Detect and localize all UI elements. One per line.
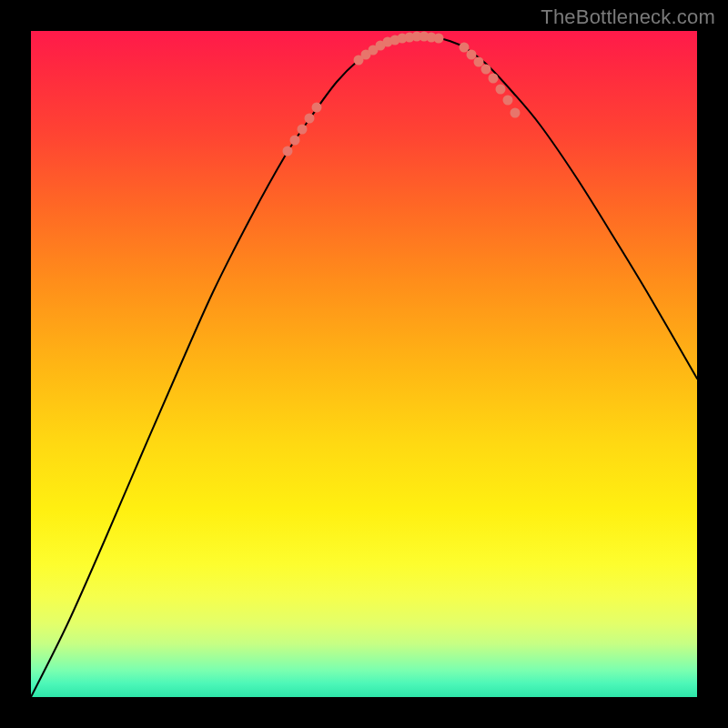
highlight-dot <box>312 103 322 113</box>
highlight-dot <box>434 34 444 44</box>
highlight-dot <box>298 125 308 135</box>
watermark-label: TheBottleneck.com <box>541 5 715 29</box>
highlight-dot <box>283 147 293 157</box>
bottleneck-curve <box>31 35 697 697</box>
highlight-dot <box>503 96 513 106</box>
highlight-dots <box>283 32 521 157</box>
highlight-dot <box>511 108 521 118</box>
highlight-dot <box>305 114 315 124</box>
highlight-dot <box>460 43 470 53</box>
highlight-dot <box>290 136 300 146</box>
chart-stage: TheBottleneck.com <box>0 0 728 728</box>
highlight-dot <box>474 57 484 67</box>
highlight-dot <box>481 65 491 75</box>
highlight-dot <box>496 85 506 95</box>
plot-area <box>31 31 697 697</box>
highlight-dot <box>467 50 477 60</box>
highlight-dot <box>489 74 499 84</box>
curve-layer <box>31 31 697 697</box>
